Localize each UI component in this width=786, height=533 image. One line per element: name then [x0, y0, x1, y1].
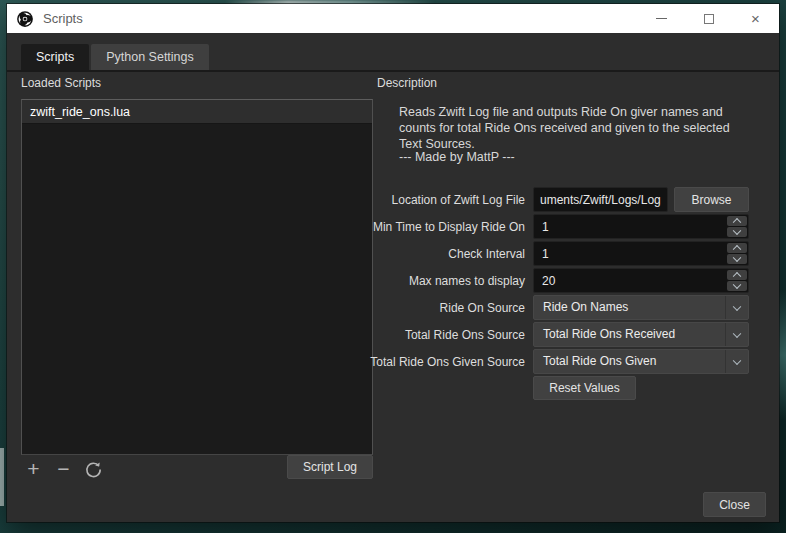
description-text: Reads Zwift Log file and outputs Ride On…: [399, 104, 749, 152]
min-time-label: Min Time to Display Ride On: [367, 220, 533, 234]
loaded-scripts-list[interactable]: zwift_ride_ons.lua: [21, 99, 373, 455]
scripts-dialog-window: Scripts × Scripts Python Settings Loaded…: [7, 4, 779, 522]
reload-scripts-button[interactable]: [83, 457, 104, 481]
dropdown-arrow-button[interactable]: [725, 296, 748, 319]
log-file-path-input[interactable]: [533, 187, 668, 212]
chevron-up-icon: [733, 245, 741, 253]
close-button[interactable]: Close: [703, 492, 766, 517]
minimize-button[interactable]: [638, 4, 685, 33]
spin-down-button[interactable]: [727, 281, 747, 291]
chevron-up-icon: [733, 272, 741, 280]
form-row-check-interval: Check Interval: [367, 241, 749, 266]
max-names-input[interactable]: [534, 269, 714, 292]
window-title: Scripts: [43, 11, 83, 26]
chevron-down-icon: [733, 329, 741, 337]
spin-up-button[interactable]: [727, 243, 747, 253]
rideon-source-label: Ride On Source: [367, 301, 533, 315]
dialog-body: Scripts Python Settings Loaded Scripts D…: [7, 33, 779, 522]
form-row-total-given-source: Total Ride Ons Given Source Total Ride O…: [367, 349, 749, 374]
obs-logo-icon: [16, 10, 34, 28]
spin-down-button[interactable]: [727, 254, 747, 264]
close-window-button[interactable]: ×: [732, 4, 779, 33]
dropdown-selected-value: Total Ride Ons Given: [534, 350, 748, 373]
tab-bar: Scripts Python Settings: [21, 44, 209, 70]
max-names-label: Max names to display: [367, 274, 533, 288]
description-label: Description: [377, 76, 437, 90]
min-time-spinbox: [533, 214, 749, 239]
script-settings-form: Location of Zwift Log File Browse Min Ti…: [367, 187, 749, 403]
check-interval-label: Check Interval: [367, 247, 533, 261]
check-interval-spinbox: [533, 241, 749, 266]
max-names-spinbox: [533, 268, 749, 293]
total-received-source-dropdown[interactable]: Total Ride Ons Received: [533, 322, 749, 347]
wallpaper-highlight-left: [0, 448, 4, 506]
loaded-scripts-label: Loaded Scripts: [21, 76, 101, 90]
remove-script-button[interactable]: −: [53, 457, 74, 481]
chevron-down-icon: [733, 302, 741, 310]
dropdown-arrow-button[interactable]: [725, 350, 748, 373]
tab-python-settings[interactable]: Python Settings: [91, 44, 209, 70]
total-received-source-label: Total Ride Ons Source: [367, 328, 533, 342]
check-interval-input[interactable]: [534, 242, 714, 265]
minus-icon: −: [57, 457, 69, 481]
chevron-down-icon: [733, 253, 741, 261]
form-row-min-time: Min Time to Display Ride On: [367, 214, 749, 239]
add-script-button[interactable]: +: [23, 457, 44, 481]
spin-up-button[interactable]: [727, 270, 747, 280]
form-row-reset: Reset Values: [367, 376, 749, 401]
chevron-down-icon: [733, 356, 741, 364]
total-given-source-dropdown[interactable]: Total Ride Ons Given: [533, 349, 749, 374]
dropdown-arrow-button[interactable]: [725, 323, 748, 346]
chevron-up-icon: [733, 218, 741, 226]
wallpaper-highlight-right: [779, 290, 786, 420]
script-log-button[interactable]: Script Log: [287, 455, 373, 479]
browse-button[interactable]: Browse: [674, 187, 749, 212]
maximize-icon: [704, 14, 714, 24]
rideon-source-dropdown[interactable]: Ride On Names: [533, 295, 749, 320]
refresh-icon: [84, 460, 103, 479]
form-row-log-file: Location of Zwift Log File Browse: [367, 187, 749, 212]
close-icon: ×: [751, 11, 760, 26]
list-item-selected[interactable]: zwift_ride_ons.lua: [22, 100, 372, 124]
log-file-label: Location of Zwift Log File: [367, 193, 533, 207]
tab-scripts[interactable]: Scripts: [21, 44, 89, 70]
script-list-toolbar: + −: [23, 457, 104, 481]
titlebar[interactable]: Scripts ×: [7, 4, 779, 33]
min-time-input[interactable]: [534, 215, 714, 238]
form-row-total-received-source: Total Ride Ons Source Total Ride Ons Rec…: [367, 322, 749, 347]
reset-values-button[interactable]: Reset Values: [533, 376, 636, 400]
plus-icon: +: [27, 457, 39, 481]
chevron-down-icon: [733, 226, 741, 234]
tab-divider: [7, 70, 779, 72]
dropdown-selected-value: Total Ride Ons Received: [534, 323, 748, 346]
maximize-button[interactable]: [685, 4, 732, 33]
spin-down-button[interactable]: [727, 227, 747, 237]
description-credit: --- Made by MattP ---: [399, 150, 515, 164]
spin-up-button[interactable]: [727, 216, 747, 226]
form-row-max-names: Max names to display: [367, 268, 749, 293]
total-given-source-label: Total Ride Ons Given Source: [367, 355, 533, 369]
minimize-icon: [656, 18, 667, 19]
chevron-down-icon: [733, 280, 741, 288]
form-row-rideon-source: Ride On Source Ride On Names: [367, 295, 749, 320]
dropdown-selected-value: Ride On Names: [534, 296, 748, 319]
